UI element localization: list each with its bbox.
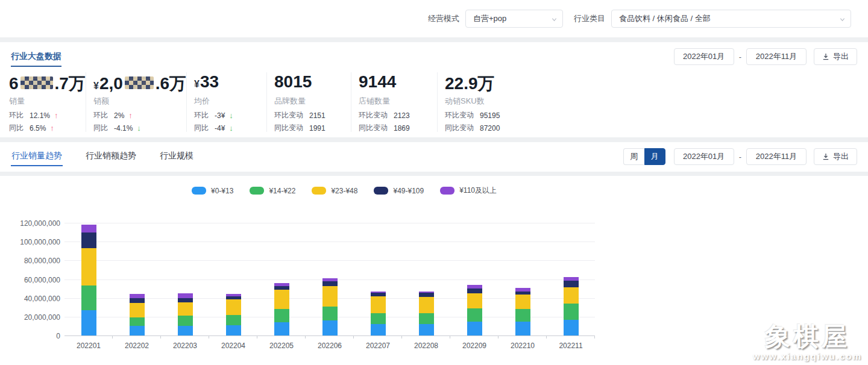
stat-label: 均价 <box>194 96 266 107</box>
stat-label: 销量 <box>9 96 86 107</box>
gridline <box>64 223 595 223</box>
granularity-toggle: 周 月 <box>623 148 665 165</box>
y-axis-tick-label: 120,000,000 <box>20 219 60 228</box>
bar-segment <box>564 320 579 335</box>
arrow-up-icon: ↑ <box>54 112 58 119</box>
bar-segment <box>178 293 193 298</box>
legend-label: ¥14-¥22 <box>269 187 295 195</box>
metric-name: 环比 <box>93 110 108 120</box>
stat-value-suffix: .7万 <box>55 72 86 95</box>
legend-item[interactable]: ¥49-¥109 <box>374 187 424 195</box>
bar-segment <box>130 298 145 303</box>
bar-segment <box>419 313 434 325</box>
category-select[interactable]: 食品饮料 / 休闲食品 / 全部 <box>611 10 851 28</box>
stacked-bar-202206[interactable] <box>322 278 338 335</box>
x-axis-tick <box>546 336 547 338</box>
stacked-bar-202204[interactable] <box>226 294 241 335</box>
stat-label: 品牌数量 <box>274 96 351 107</box>
legend-item[interactable]: ¥14-¥22 <box>250 187 295 195</box>
metric-value: 2123 <box>394 111 410 120</box>
x-axis-tick-label: 202202 <box>113 342 161 350</box>
gridline <box>64 260 595 261</box>
bar-segment <box>371 296 386 313</box>
x-axis-tick <box>160 336 161 338</box>
legend-item[interactable]: ¥0-¥13 <box>192 187 233 195</box>
legend-swatch <box>250 187 264 195</box>
tab-industry-sales-volume-trend[interactable]: 行业销量趋势 <box>11 148 63 166</box>
stats-row: 6.7万销量环比12.1%↑同比6.5%↑¥2,0.6万销额环比2%↑同比-4.… <box>9 72 564 132</box>
y-axis-tick-label: 100,000,000 <box>20 238 60 246</box>
stacked-bar-202209[interactable] <box>467 285 482 335</box>
stat-metric-row: 环比12.1%↑ <box>9 111 86 119</box>
stat-metric-row: 环比变动95195 <box>445 111 564 119</box>
y-axis-tick-label: 60,000,000 <box>24 276 60 284</box>
stacked-bar-202211[interactable] <box>564 277 579 335</box>
bar-segment <box>130 317 145 326</box>
toggle-month-button[interactable]: 月 <box>644 148 665 165</box>
stacked-bar-202202[interactable] <box>130 294 145 335</box>
legend-label: ¥110及以上 <box>459 186 497 196</box>
bar-segment <box>274 322 289 335</box>
stacked-bar-202207[interactable] <box>371 292 386 335</box>
stat-value-text: 2,0 <box>99 74 123 93</box>
bar-segment <box>81 285 96 310</box>
overview-panel: 行业大盘数据 2022年01月 - 2022年11月 导出 6.7万销量环比12… <box>0 42 868 137</box>
trend-tabbar: 行业销量趋势 行业销额趋势 行业规模 周 月 2022年01月 - 2022年1… <box>0 142 868 172</box>
currency-symbol: ¥ <box>194 79 200 90</box>
stacked-bar-202203[interactable] <box>178 293 193 335</box>
stat-value: 6.7万 <box>9 72 86 93</box>
bar-segment <box>178 316 193 326</box>
tab-industry-scale[interactable]: 行业规模 <box>159 148 194 166</box>
bar-segment <box>274 290 289 310</box>
category-select-value: 食品饮料 / 休闲食品 / 全部 <box>619 13 711 24</box>
metric-name: 环比变动 <box>445 110 474 120</box>
bar-segment <box>371 313 386 325</box>
bar-segment <box>226 325 241 335</box>
metric-value: 2151 <box>309 111 326 120</box>
chevron-down-icon <box>552 17 557 22</box>
stacked-bar-202205[interactable] <box>274 283 289 335</box>
legend-item[interactable]: ¥110及以上 <box>440 186 497 196</box>
bar-segment <box>322 307 338 320</box>
stat-card: 9144店铺数量环比变动2123同比变动1869 <box>351 72 438 132</box>
stat-label: 店铺数量 <box>359 96 437 107</box>
x-axis-tick-label: 202208 <box>402 342 450 350</box>
bar-segment <box>322 320 338 335</box>
toggle-week-button[interactable]: 周 <box>623 148 644 165</box>
stat-value-text: 33 <box>200 72 219 92</box>
metric-name: 环比变动 <box>274 110 303 120</box>
x-axis-tick-label: 202211 <box>547 342 595 350</box>
metric-name: 同比变动 <box>445 123 474 133</box>
stat-label: 动销SKU数 <box>445 96 564 107</box>
trend-export-button[interactable]: 导出 <box>814 148 857 165</box>
category-filter-label: 行业类目 <box>574 13 605 24</box>
overview-date-from[interactable]: 2022年01月 <box>674 48 734 65</box>
bar-segment <box>322 281 338 287</box>
metric-value: 12.1% <box>30 111 50 120</box>
stat-value: ¥33 <box>194 72 266 93</box>
x-axis-tick-label: 202206 <box>306 342 354 350</box>
stacked-bar-202210[interactable] <box>515 288 530 335</box>
mode-select[interactable]: 自营+pop <box>465 10 563 28</box>
overview-date-to[interactable]: 2022年11月 <box>746 48 807 65</box>
tab-industry-sales-amount-trend[interactable]: 行业销额趋势 <box>85 148 137 166</box>
x-axis-tick <box>353 336 354 338</box>
stat-card: 6.7万销量环比12.1%↑同比6.5%↑ <box>9 72 86 132</box>
x-axis-tick-label: 202207 <box>354 342 402 350</box>
metric-name: 环比变动 <box>359 110 388 120</box>
bar-segment <box>226 315 241 325</box>
filter-controls: 经营模式 自营+pop 行业类目 食品饮料 / 休闲食品 / 全部 <box>428 10 851 28</box>
arrow-up-icon: ↑ <box>50 125 54 132</box>
overview-export-button[interactable]: 导出 <box>814 48 857 65</box>
trend-date-to[interactable]: 2022年11月 <box>746 148 807 165</box>
overview-controls: 2022年01月 - 2022年11月 导出 <box>674 48 857 65</box>
arrow-down-icon: ↓ <box>229 112 233 119</box>
bar-segment <box>274 309 289 322</box>
stacked-bar-202208[interactable] <box>419 292 434 335</box>
stacked-bar-202201[interactable] <box>81 225 96 335</box>
legend-item[interactable]: ¥23-¥48 <box>312 187 357 195</box>
trend-date-from[interactable]: 2022年01月 <box>674 148 734 165</box>
metric-name: 同比 <box>194 123 209 133</box>
metric-name: 同比变动 <box>274 123 303 133</box>
x-axis-tick-label: 202201 <box>64 342 113 350</box>
